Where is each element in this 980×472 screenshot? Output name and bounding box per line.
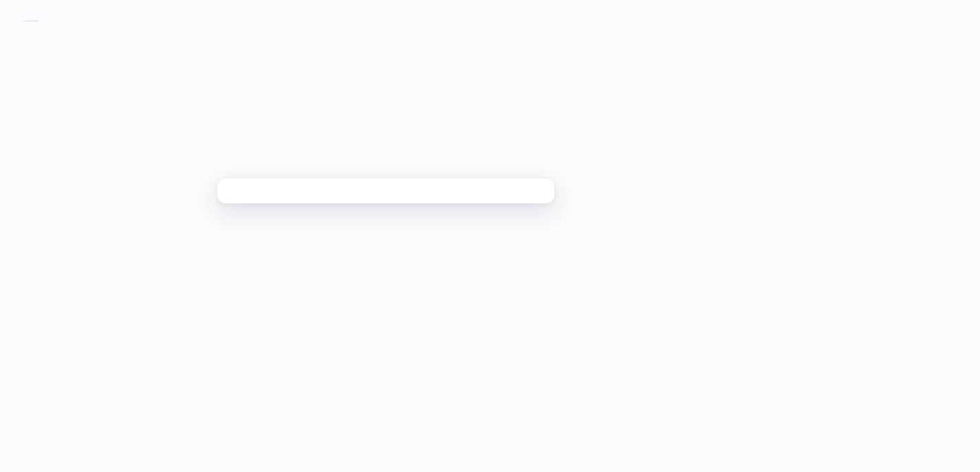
aws-services-section bbox=[0, 0, 980, 61]
beanstalk-dropdown-menu bbox=[217, 179, 554, 203]
section-header bbox=[24, 21, 956, 21]
divider-line bbox=[24, 21, 38, 21]
